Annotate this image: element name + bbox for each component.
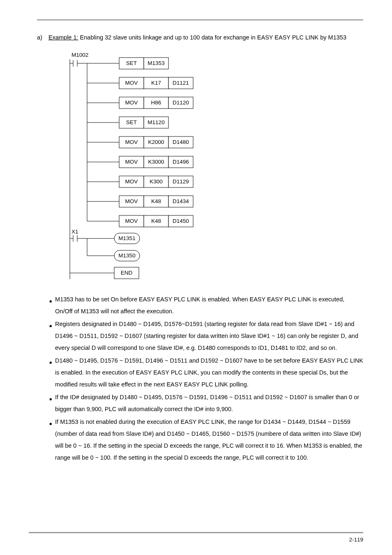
page-number: 2-119 (29, 536, 363, 543)
svg-text:K48: K48 (151, 198, 161, 204)
bullet-text: Registers designated in D1480 ~ D1495, D… (55, 318, 363, 354)
svg-text:D1121: D1121 (173, 80, 189, 86)
ladder-diagram: M1002 SET M1353 MOV (66, 51, 363, 283)
rung2-label: X1 (71, 229, 78, 235)
svg-text:D1450: D1450 (173, 218, 189, 224)
svg-text:K3000: K3000 (148, 159, 164, 165)
svg-text:MOV: MOV (125, 99, 138, 106)
bullet-item: ■ Registers designated in D1480 ~ D1495,… (49, 318, 363, 354)
svg-text:K300: K300 (150, 178, 163, 185)
bullet-text: If the ID# designated by D1480 ~ D1495, … (55, 391, 363, 415)
list-marker: a) (37, 32, 44, 44)
bullet-text: M1353 has to be set On before EASY EASY … (55, 294, 363, 317)
svg-text:MOV: MOV (125, 80, 138, 86)
svg-text:M1350: M1350 (118, 252, 135, 259)
svg-text:MOV: MOV (125, 159, 138, 165)
square-bullet-icon: ■ (49, 294, 52, 317)
svg-text:MOV: MOV (125, 139, 138, 145)
square-bullet-icon: ■ (49, 416, 52, 464)
bullet-item: ■ If the ID# designated by D1480 ~ D1495… (49, 391, 363, 415)
svg-text:K17: K17 (151, 80, 161, 86)
svg-text:D1129: D1129 (173, 178, 189, 185)
svg-text:MOV: MOV (125, 218, 138, 224)
svg-text:M1351: M1351 (118, 235, 135, 241)
bullet-item: ■ M1353 has to be set On before EASY EAS… (49, 294, 363, 317)
svg-text:M1353: M1353 (148, 60, 164, 66)
rung1-label: M1002 (71, 52, 88, 58)
bullet-text: If M1353 is not enabled during the execu… (55, 416, 363, 464)
svg-text:H86: H86 (151, 99, 161, 106)
square-bullet-icon: ■ (49, 391, 52, 415)
svg-text:SET: SET (126, 119, 137, 125)
top-rule (37, 20, 363, 20)
svg-text:MOV: MOV (125, 198, 138, 204)
bottom-rule (29, 532, 363, 533)
bullet-text: D1480 ~ D1495, D1576 ~ D1591, D1496 ~ D1… (55, 355, 363, 391)
svg-text:K48: K48 (151, 218, 161, 224)
bullets-list: ■ M1353 has to be set On before EASY EAS… (49, 294, 363, 464)
example-rest: Enabling 32 slave units linkage and up t… (78, 34, 346, 41)
square-bullet-icon: ■ (49, 318, 52, 354)
svg-text:SET: SET (126, 60, 137, 66)
list-text: Example 1: Enabling 32 slave units linka… (48, 32, 346, 44)
svg-text:MOV: MOV (125, 178, 138, 185)
bullet-item: ■ D1480 ~ D1495, D1576 ~ D1591, D1496 ~ … (49, 355, 363, 391)
example-underline: Example 1: (48, 34, 78, 41)
svg-text:K2000: K2000 (148, 139, 164, 145)
svg-text:D1120: D1120 (173, 99, 189, 106)
svg-text:M1120: M1120 (148, 119, 164, 125)
svg-text:D1496: D1496 (173, 159, 189, 165)
square-bullet-icon: ■ (49, 355, 52, 391)
bullet-item: ■ If M1353 is not enabled during the exe… (49, 416, 363, 464)
svg-text:D1434: D1434 (173, 198, 189, 204)
svg-text:D1480: D1480 (173, 139, 189, 145)
svg-text:END: END (121, 270, 133, 276)
example-list-item: a) Example 1: Enabling 32 slave units li… (37, 32, 363, 44)
